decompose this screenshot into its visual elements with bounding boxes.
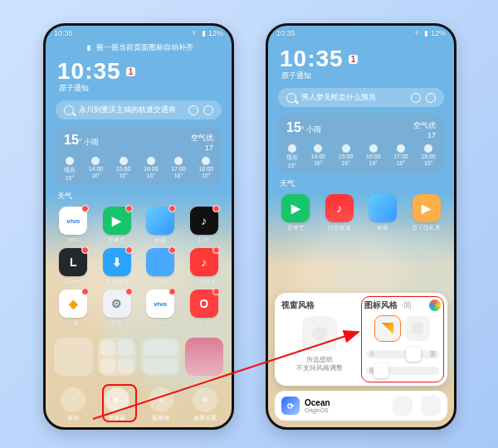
slider-size-knob[interactable] (374, 363, 388, 378)
app-相册[interactable]: 相册 (139, 207, 182, 245)
origin-thumb-2[interactable] (421, 396, 441, 416)
dock-桌面设置[interactable]: ⚙桌面设置 (193, 387, 217, 422)
weather-hours: 现在15°14:0016°15:0016°16:0016°17:0016°18:… (64, 157, 213, 181)
signal-icon: ▮ (424, 29, 428, 37)
weather-hour-icon (314, 144, 322, 153)
phone-shake-icon (85, 44, 93, 52)
dock-label: 应用池 (152, 414, 169, 422)
weather-hour-icon (120, 157, 128, 165)
origin-sub: OriginOS (305, 407, 330, 413)
hexagon-icon (310, 324, 329, 343)
app-音乐[interactable]: O音乐 (183, 290, 226, 328)
wifi-icon: ᯤ (414, 29, 422, 37)
weather-hour-icon (202, 157, 210, 165)
window-style-preset[interactable] (302, 316, 337, 351)
weather-hour-icon (174, 157, 183, 165)
slider-shape[interactable]: 方 圆 (366, 350, 439, 358)
app-相册[interactable]: 相册 (362, 194, 404, 232)
clock-sub: 原子通知 (268, 71, 454, 81)
weather-widget[interactable]: 15° 小雨 空气优 17 现在15°14:0016°15:0016°16:00… (56, 126, 222, 186)
weather-hour-icon (369, 144, 378, 153)
widget-shape-1[interactable] (54, 338, 93, 376)
weather-aq-label: 空气优 (413, 121, 436, 129)
scan-icon[interactable] (188, 105, 198, 115)
app-label: vivo (68, 236, 78, 242)
app-label: 原相机 (65, 278, 82, 286)
weather-widget[interactable]: 15° 小雨 空气优 17 现在15°14:0016°15:0016°16:00… (278, 114, 444, 173)
voice-icon[interactable] (426, 93, 436, 103)
app-grid: vivovivo▶爱奇艺相册♪抖音L原相机⬇应用商店天气♪抖音极速◆主题⚙设置v… (46, 205, 232, 329)
app-天气[interactable]: 天气 (139, 248, 182, 286)
highlight-box-source (102, 384, 137, 422)
weather-hour-icon (424, 144, 432, 153)
origin-bar[interactable]: ⟳ Ocean OriginOS (275, 391, 447, 421)
color-picker-icon[interactable] (429, 299, 441, 311)
origin-title: Ocean (305, 399, 330, 407)
statusbar: 10:35 ᯤ ▮ 12% (268, 26, 454, 41)
search-icon (64, 105, 74, 115)
weather-hour-icon (66, 157, 74, 165)
status-right: ᯤ ▮ 12% (192, 29, 223, 37)
app-vivo[interactable]: vivovivo (52, 207, 95, 245)
app-设置[interactable]: ⚙设置 (96, 290, 139, 328)
weather-hours: 现在15°14:0016°15:0016°16:0016°17:0016°18:… (286, 144, 436, 168)
tip-bar: 摇一摇当前页面图标自动补齐 (46, 42, 232, 53)
tip-text: 摇一摇当前页面图标自动补齐 (96, 42, 193, 53)
edit-dock: ＋添加◐变形器◎应用池⚙桌面设置 (46, 382, 232, 430)
origin-thumb-1[interactable] (393, 396, 413, 416)
app-vivo[interactable]: vivovivo (139, 290, 182, 328)
voice-icon[interactable] (203, 105, 213, 115)
clock-widget[interactable]: 10:35 1 (268, 46, 454, 72)
app-icon: ▶ (103, 207, 131, 235)
clock-day: 1 (349, 55, 359, 64)
app-label: 抖音极速 (328, 224, 351, 232)
app-icon: ⚙ (103, 290, 131, 318)
app-icon: ▶ (413, 194, 441, 222)
app-icon (146, 207, 174, 235)
dock-icon: ⚙ (193, 387, 217, 412)
scan-icon[interactable] (411, 93, 421, 103)
widget-shapes[interactable] (46, 334, 232, 379)
dock-添加[interactable]: ＋添加 (61, 387, 85, 422)
app-label: 应用商店 (105, 278, 129, 286)
weather-label: 天气 (57, 191, 232, 202)
slider-shape-knob[interactable] (406, 347, 421, 362)
app-icon: ♪ (190, 207, 218, 235)
app-原子隐私系[interactable]: ▶原子隐私系 (406, 194, 448, 232)
app-爱奇艺[interactable]: ▶爱奇艺 (275, 194, 317, 232)
panel-right-sub: ·简 (401, 299, 412, 311)
widget-shape-3[interactable] (141, 338, 180, 376)
app-爱奇艺[interactable]: ▶爱奇艺 (96, 207, 139, 245)
clock-widget[interactable]: 10:35 1 (46, 58, 232, 85)
dock-应用池[interactable]: ◎应用池 (149, 387, 173, 422)
panel-right: 图标风格·简 方 圆 标准 (364, 299, 441, 379)
app-icon: vivo (146, 290, 174, 318)
app-抖音极速[interactable]: ♪抖音极速 (183, 248, 226, 286)
search-bar[interactable]: 永川到重庆主城的轨道交通有 (56, 100, 222, 119)
icon-style-option-1[interactable] (375, 316, 400, 341)
weather-label: 天气 (280, 178, 454, 189)
app-抖音极速[interactable]: ♪抖音极速 (319, 194, 361, 232)
app-抖音[interactable]: ♪抖音 (183, 207, 226, 245)
app-label: 相册 (154, 236, 166, 245)
app-icon: ◆ (59, 290, 87, 318)
app-label: 相册 (377, 224, 388, 232)
weather-temp: 15 (64, 133, 79, 147)
app-应用商店[interactable]: ⬇应用商店 (96, 248, 139, 286)
status-time: 10:35 (276, 29, 295, 37)
dock-label: 添加 (67, 414, 79, 422)
app-label: 主题 (67, 319, 79, 328)
search-bar[interactable]: 男人梦见蛇是什么预兆 (278, 88, 444, 107)
icon-style-option-2[interactable] (405, 316, 430, 341)
widget-figure[interactable] (185, 338, 224, 376)
app-主题[interactable]: ◆主题 (52, 290, 95, 328)
svg-marker-1 (312, 326, 327, 341)
panel-left-note: 所选壁纸不支持风格调整 (281, 356, 358, 373)
widget-shape-2[interactable] (98, 338, 137, 376)
search-icon (286, 93, 296, 103)
slider-size[interactable]: 标准 (366, 367, 439, 375)
app-icon (369, 194, 397, 222)
app-label: vivo (155, 319, 165, 325)
app-icon: ♪ (325, 194, 354, 222)
app-原相机[interactable]: L原相机 (52, 248, 95, 286)
